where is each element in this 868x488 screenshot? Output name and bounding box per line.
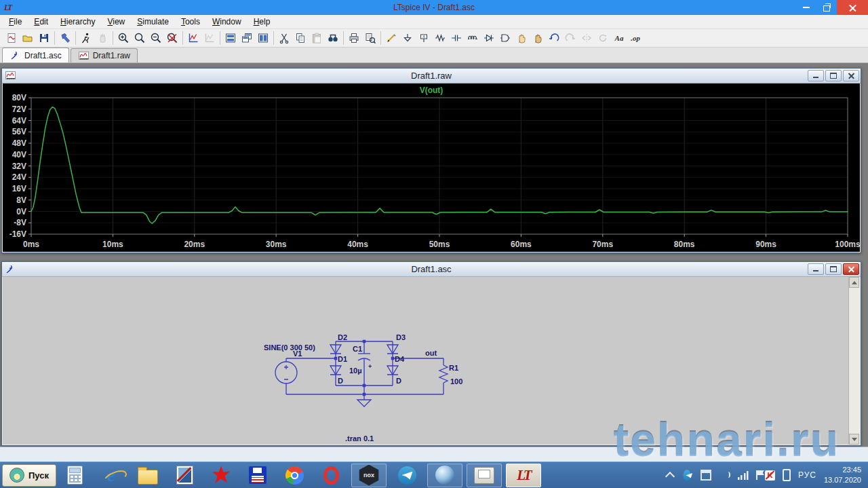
find-button[interactable] — [325, 30, 341, 46]
telegram-icon — [683, 470, 690, 481]
autorange-plot-button[interactable] — [185, 30, 201, 46]
taskbar-item-globe[interactable] — [427, 464, 462, 487]
source-wires — [286, 358, 336, 394]
flag-icon[interactable] — [756, 470, 757, 480]
menu-simulate[interactable]: Simulate — [131, 16, 175, 29]
opera-icon — [323, 466, 339, 485]
taskbar-clock[interactable]: 23:45 13.07.2020 — [824, 465, 861, 485]
print-button[interactable] — [346, 30, 362, 46]
taskbar-item-photo-viewer[interactable] — [467, 464, 502, 487]
place-text-button[interactable]: Aa — [611, 30, 627, 46]
place-resistor-button[interactable] — [432, 30, 448, 46]
tile-horizontal-button[interactable] — [222, 30, 239, 46]
photo-viewer-icon — [474, 467, 494, 484]
menu-edit[interactable]: Edit — [28, 16, 54, 29]
source-polarity-marks — [284, 365, 288, 379]
zoom-area-icon — [134, 32, 146, 44]
close-button[interactable] — [843, 70, 859, 81]
place-capacitor-icon — [450, 32, 462, 44]
zoom-out-button[interactable] — [148, 30, 164, 46]
taskbar-item-chrome[interactable] — [276, 464, 313, 487]
zoom-area-button[interactable] — [132, 30, 148, 46]
taskbar-item-internet-explorer[interactable]: e — [93, 464, 130, 487]
control-panel-button[interactable] — [57, 30, 73, 46]
menu-tools[interactable]: Tools — [175, 16, 206, 29]
signal-bars-icon[interactable] — [738, 471, 749, 480]
place-diode-button[interactable] — [481, 30, 497, 46]
scroll-down-button[interactable] — [849, 434, 859, 445]
taskbar-item-image-editor[interactable] — [166, 464, 203, 487]
taskbar-item-telegram[interactable] — [389, 464, 425, 487]
trace-legend[interactable]: V(out) — [3, 86, 860, 95]
language-indicator[interactable]: РУС — [798, 470, 816, 480]
menu-help[interactable]: Help — [248, 16, 277, 29]
print-preview-button[interactable] — [362, 30, 378, 46]
taskbar-item-opera[interactable] — [313, 464, 349, 487]
save-button[interactable] — [36, 30, 52, 46]
taskbar-item-nox[interactable]: nox — [351, 464, 387, 487]
close-button[interactable] — [837, 0, 868, 15]
drag-button[interactable] — [530, 30, 546, 46]
new-schematic-button[interactable] — [3, 30, 20, 46]
undo-button[interactable] — [546, 30, 562, 46]
window-frame-icon[interactable] — [701, 470, 711, 481]
draw-wire-button[interactable] — [383, 30, 399, 46]
tab-draft1.raw[interactable]: Draft1.raw — [71, 48, 138, 62]
place-ground-button[interactable] — [399, 30, 416, 46]
tab-draft1.asc[interactable]: Draft1.asc — [2, 48, 69, 62]
internet-explorer-icon: e — [107, 466, 115, 485]
taskbar-item-calculator[interactable] — [56, 464, 93, 487]
run-simulation-button[interactable] — [78, 30, 94, 46]
minimize-button[interactable] — [796, 0, 816, 15]
smartphone-icon[interactable] — [783, 469, 791, 481]
move-icon — [515, 32, 528, 44]
waveform-window-titlebar[interactable]: Draft1.raw — [2, 69, 861, 83]
menu-window[interactable]: Window — [206, 16, 248, 29]
menu-view[interactable]: View — [101, 16, 131, 29]
start-button[interactable]: Пуск — [2, 464, 56, 487]
place-capacitor-button[interactable] — [448, 30, 465, 46]
svg-text:16V: 16V — [12, 184, 26, 193]
telegram-tray-icon[interactable] — [681, 469, 693, 481]
speaker-icon[interactable] — [719, 470, 730, 480]
maximize-button[interactable] — [825, 70, 842, 81]
spice-directive-button[interactable]: .op — [627, 30, 644, 46]
chevron-up-icon[interactable] — [665, 472, 675, 481]
mirror-icon — [580, 32, 593, 44]
kaspersky-icon[interactable]: K — [765, 470, 775, 481]
waveform-plot-area[interactable]: 0ms10ms20ms30ms40ms50ms60ms70ms80ms90ms1… — [3, 83, 860, 252]
menu-hierarchy[interactable]: Hierarchy — [54, 16, 101, 29]
menubar: FileEditHierarchyViewSimulateToolsWindow… — [0, 15, 868, 29]
taskbar-item-red-star-app[interactable] — [203, 464, 239, 487]
taskbar-item-ltspice[interactable]: LT — [506, 464, 541, 487]
copy-icon — [294, 32, 307, 44]
maximize-icon — [830, 266, 837, 272]
menu-file[interactable]: File — [3, 16, 28, 29]
cut-button[interactable] — [276, 30, 292, 46]
close-button[interactable] — [843, 263, 859, 275]
waveform-window-controls — [808, 70, 859, 81]
move-button[interactable] — [513, 30, 530, 46]
copy-button[interactable] — [292, 30, 309, 46]
taskbar-item-floppy-app[interactable] — [239, 464, 276, 487]
taskbar-item-file-explorer[interactable] — [130, 464, 166, 487]
minimize-button[interactable] — [808, 70, 824, 81]
place-label-button[interactable]: A — [416, 30, 432, 46]
zoom-in-button[interactable] — [115, 30, 132, 46]
place-inductor-icon — [467, 32, 479, 44]
maximize-button[interactable] — [825, 263, 842, 275]
cascade-windows-button[interactable] — [239, 30, 255, 46]
place-inductor-button[interactable] — [465, 30, 481, 46]
vertical-scrollbar[interactable] — [848, 277, 860, 445]
restore-button[interactable] — [816, 0, 837, 15]
tile-vertical-button[interactable] — [255, 30, 271, 46]
d4-model-label: D — [396, 377, 401, 385]
scroll-up-button[interactable] — [849, 277, 859, 288]
place-component-icon — [499, 32, 511, 44]
minimize-button[interactable] — [808, 263, 824, 275]
open-file-button[interactable] — [20, 30, 36, 46]
close-icon — [848, 266, 854, 272]
place-component-button[interactable] — [497, 30, 513, 46]
schematic-window-titlebar[interactable]: Draft1.asc — [2, 262, 861, 277]
zoom-full-extents-button[interactable] — [164, 30, 180, 46]
